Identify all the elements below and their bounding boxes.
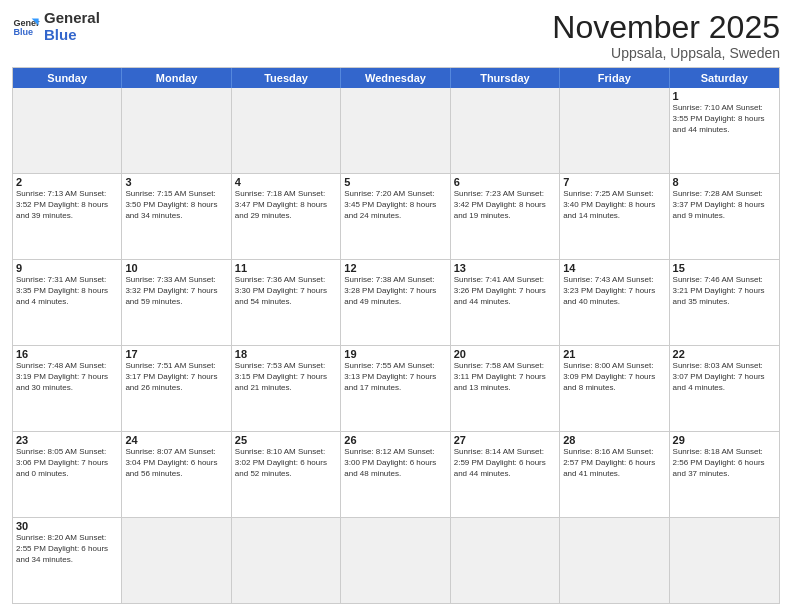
cell-info: Sunrise: 7:41 AM Sunset: 3:26 PM Dayligh… xyxy=(454,275,556,307)
day-number: 13 xyxy=(454,262,556,274)
calendar-cell: 30Sunrise: 8:20 AM Sunset: 2:55 PM Dayli… xyxy=(13,518,122,603)
day-number: 14 xyxy=(563,262,665,274)
cell-info: Sunrise: 8:00 AM Sunset: 3:09 PM Dayligh… xyxy=(563,361,665,393)
cell-info: Sunrise: 7:10 AM Sunset: 3:55 PM Dayligh… xyxy=(673,103,776,135)
day-number: 1 xyxy=(673,90,776,102)
day-number: 25 xyxy=(235,434,337,446)
calendar-cell xyxy=(341,88,450,173)
calendar-cell xyxy=(451,88,560,173)
header-cell: Tuesday xyxy=(232,68,341,88)
svg-text:Blue: Blue xyxy=(13,27,33,37)
day-number: 8 xyxy=(673,176,776,188)
day-number: 16 xyxy=(16,348,118,360)
header-cell: Sunday xyxy=(13,68,122,88)
day-number: 18 xyxy=(235,348,337,360)
calendar-row: 16Sunrise: 7:48 AM Sunset: 3:19 PM Dayli… xyxy=(13,346,779,432)
calendar-cell: 2Sunrise: 7:13 AM Sunset: 3:52 PM Daylig… xyxy=(13,174,122,259)
calendar-cell xyxy=(122,88,231,173)
calendar-cell: 26Sunrise: 8:12 AM Sunset: 3:00 PM Dayli… xyxy=(341,432,450,517)
calendar-cell: 18Sunrise: 7:53 AM Sunset: 3:15 PM Dayli… xyxy=(232,346,341,431)
calendar-row: 23Sunrise: 8:05 AM Sunset: 3:06 PM Dayli… xyxy=(13,432,779,518)
calendar-cell: 4Sunrise: 7:18 AM Sunset: 3:47 PM Daylig… xyxy=(232,174,341,259)
calendar-cell: 12Sunrise: 7:38 AM Sunset: 3:28 PM Dayli… xyxy=(341,260,450,345)
cell-info: Sunrise: 7:48 AM Sunset: 3:19 PM Dayligh… xyxy=(16,361,118,393)
calendar-cell: 29Sunrise: 8:18 AM Sunset: 2:56 PM Dayli… xyxy=(670,432,779,517)
cell-info: Sunrise: 8:03 AM Sunset: 3:07 PM Dayligh… xyxy=(673,361,776,393)
day-number: 19 xyxy=(344,348,446,360)
calendar-cell xyxy=(341,518,450,603)
calendar-cell: 3Sunrise: 7:15 AM Sunset: 3:50 PM Daylig… xyxy=(122,174,231,259)
calendar-cell xyxy=(232,518,341,603)
cell-info: Sunrise: 7:18 AM Sunset: 3:47 PM Dayligh… xyxy=(235,189,337,221)
day-number: 29 xyxy=(673,434,776,446)
cell-info: Sunrise: 7:23 AM Sunset: 3:42 PM Dayligh… xyxy=(454,189,556,221)
cell-info: Sunrise: 7:46 AM Sunset: 3:21 PM Dayligh… xyxy=(673,275,776,307)
calendar-cell: 7Sunrise: 7:25 AM Sunset: 3:40 PM Daylig… xyxy=(560,174,669,259)
calendar-cell: 27Sunrise: 8:14 AM Sunset: 2:59 PM Dayli… xyxy=(451,432,560,517)
cell-info: Sunrise: 8:10 AM Sunset: 3:02 PM Dayligh… xyxy=(235,447,337,479)
cell-info: Sunrise: 7:36 AM Sunset: 3:30 PM Dayligh… xyxy=(235,275,337,307)
cell-info: Sunrise: 7:53 AM Sunset: 3:15 PM Dayligh… xyxy=(235,361,337,393)
calendar-cell: 8Sunrise: 7:28 AM Sunset: 3:37 PM Daylig… xyxy=(670,174,779,259)
cell-info: Sunrise: 7:43 AM Sunset: 3:23 PM Dayligh… xyxy=(563,275,665,307)
day-number: 23 xyxy=(16,434,118,446)
month-title: November 2025 xyxy=(552,10,780,45)
calendar-cell: 10Sunrise: 7:33 AM Sunset: 3:32 PM Dayli… xyxy=(122,260,231,345)
cell-info: Sunrise: 8:18 AM Sunset: 2:56 PM Dayligh… xyxy=(673,447,776,479)
day-number: 9 xyxy=(16,262,118,274)
calendar-cell: 16Sunrise: 7:48 AM Sunset: 3:19 PM Dayli… xyxy=(13,346,122,431)
day-number: 27 xyxy=(454,434,556,446)
calendar-cell: 17Sunrise: 7:51 AM Sunset: 3:17 PM Dayli… xyxy=(122,346,231,431)
header-cell: Monday xyxy=(122,68,231,88)
header-cell: Wednesday xyxy=(341,68,450,88)
day-number: 3 xyxy=(125,176,227,188)
calendar-cell xyxy=(232,88,341,173)
cell-info: Sunrise: 7:20 AM Sunset: 3:45 PM Dayligh… xyxy=(344,189,446,221)
cell-info: Sunrise: 7:31 AM Sunset: 3:35 PM Dayligh… xyxy=(16,275,118,307)
calendar-header: SundayMondayTuesdayWednesdayThursdayFrid… xyxy=(13,68,779,88)
day-number: 22 xyxy=(673,348,776,360)
calendar-cell: 11Sunrise: 7:36 AM Sunset: 3:30 PM Dayli… xyxy=(232,260,341,345)
calendar-cell: 9Sunrise: 7:31 AM Sunset: 3:35 PM Daylig… xyxy=(13,260,122,345)
cell-info: Sunrise: 7:28 AM Sunset: 3:37 PM Dayligh… xyxy=(673,189,776,221)
day-number: 5 xyxy=(344,176,446,188)
calendar-cell: 21Sunrise: 8:00 AM Sunset: 3:09 PM Dayli… xyxy=(560,346,669,431)
calendar-cell: 22Sunrise: 8:03 AM Sunset: 3:07 PM Dayli… xyxy=(670,346,779,431)
cell-info: Sunrise: 8:16 AM Sunset: 2:57 PM Dayligh… xyxy=(563,447,665,479)
day-number: 7 xyxy=(563,176,665,188)
cell-info: Sunrise: 8:05 AM Sunset: 3:06 PM Dayligh… xyxy=(16,447,118,479)
day-number: 2 xyxy=(16,176,118,188)
cell-info: Sunrise: 8:07 AM Sunset: 3:04 PM Dayligh… xyxy=(125,447,227,479)
calendar-cell xyxy=(560,88,669,173)
calendar-cell: 14Sunrise: 7:43 AM Sunset: 3:23 PM Dayli… xyxy=(560,260,669,345)
day-number: 15 xyxy=(673,262,776,274)
cell-info: Sunrise: 7:15 AM Sunset: 3:50 PM Dayligh… xyxy=(125,189,227,221)
day-number: 17 xyxy=(125,348,227,360)
day-number: 28 xyxy=(563,434,665,446)
day-number: 20 xyxy=(454,348,556,360)
header-cell: Friday xyxy=(560,68,669,88)
location-title: Uppsala, Uppsala, Sweden xyxy=(552,45,780,61)
calendar-cell: 6Sunrise: 7:23 AM Sunset: 3:42 PM Daylig… xyxy=(451,174,560,259)
cell-info: Sunrise: 7:55 AM Sunset: 3:13 PM Dayligh… xyxy=(344,361,446,393)
cell-info: Sunrise: 8:12 AM Sunset: 3:00 PM Dayligh… xyxy=(344,447,446,479)
calendar-row: 30Sunrise: 8:20 AM Sunset: 2:55 PM Dayli… xyxy=(13,518,779,603)
logo-text: General Blue xyxy=(44,10,100,43)
calendar-cell: 19Sunrise: 7:55 AM Sunset: 3:13 PM Dayli… xyxy=(341,346,450,431)
calendar-cell: 20Sunrise: 7:58 AM Sunset: 3:11 PM Dayli… xyxy=(451,346,560,431)
logo-icon: General Blue xyxy=(12,13,40,41)
day-number: 26 xyxy=(344,434,446,446)
cell-info: Sunrise: 8:20 AM Sunset: 2:55 PM Dayligh… xyxy=(16,533,118,565)
calendar-cell: 23Sunrise: 8:05 AM Sunset: 3:06 PM Dayli… xyxy=(13,432,122,517)
day-number: 24 xyxy=(125,434,227,446)
calendar-cell: 24Sunrise: 8:07 AM Sunset: 3:04 PM Dayli… xyxy=(122,432,231,517)
cell-info: Sunrise: 7:33 AM Sunset: 3:32 PM Dayligh… xyxy=(125,275,227,307)
calendar-row: 1Sunrise: 7:10 AM Sunset: 3:55 PM Daylig… xyxy=(13,88,779,174)
calendar-cell: 13Sunrise: 7:41 AM Sunset: 3:26 PM Dayli… xyxy=(451,260,560,345)
header-cell: Thursday xyxy=(451,68,560,88)
page: General Blue General Blue November 2025 … xyxy=(0,0,792,612)
calendar-cell: 1Sunrise: 7:10 AM Sunset: 3:55 PM Daylig… xyxy=(670,88,779,173)
cell-info: Sunrise: 7:25 AM Sunset: 3:40 PM Dayligh… xyxy=(563,189,665,221)
calendar-cell: 25Sunrise: 8:10 AM Sunset: 3:02 PM Dayli… xyxy=(232,432,341,517)
cell-info: Sunrise: 7:38 AM Sunset: 3:28 PM Dayligh… xyxy=(344,275,446,307)
